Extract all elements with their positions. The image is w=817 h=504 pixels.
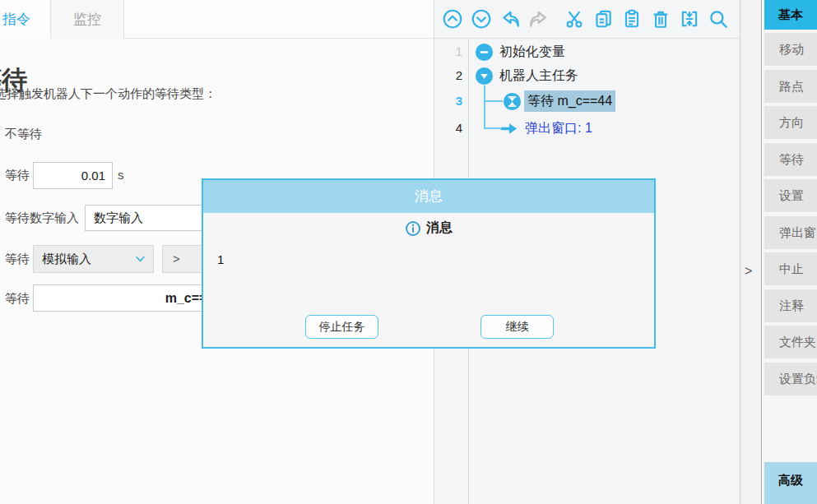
- option-no-wait[interactable]: 不等待: [5, 127, 42, 142]
- sidebar-item-wait[interactable]: 等待: [764, 143, 817, 176]
- wait-expression-label: 等待: [5, 291, 30, 307]
- move-up-icon[interactable]: [442, 8, 463, 30]
- tree-connector-row3: [484, 100, 503, 102]
- sidebar-item-set[interactable]: 设置: [764, 179, 817, 212]
- sidebar-item-direction[interactable]: 方向: [764, 106, 817, 139]
- expand-node-icon[interactable]: [475, 67, 494, 86]
- sidebar-footer-advanced[interactable]: 高级: [764, 462, 817, 504]
- tree-line-number: 1: [434, 44, 462, 60]
- tree-row-popup[interactable]: 弹出窗口: 1: [525, 118, 592, 139]
- undo-icon[interactable]: [499, 8, 521, 30]
- search-icon[interactable]: [708, 8, 729, 30]
- collapse-icon[interactable]: [679, 8, 700, 30]
- tree-row-init-variables[interactable]: 初始化变量: [499, 41, 565, 62]
- sidebar-item-set-payload[interactable]: 设置负载: [764, 363, 817, 395]
- sidebar-item-waypoint[interactable]: 路点: [764, 70, 817, 103]
- sidebar-item-folder[interactable]: 文件夹: [764, 326, 817, 358]
- paste-icon[interactable]: [621, 8, 643, 30]
- dialog-heading-text: 消息: [426, 220, 453, 237]
- stop-task-button[interactable]: 停止任务: [305, 315, 378, 339]
- tab-instruction[interactable]: 指令: [0, 0, 51, 39]
- continue-button[interactable]: 继续: [480, 315, 554, 339]
- copy-icon[interactable]: [592, 8, 614, 30]
- delete-icon[interactable]: [650, 8, 671, 30]
- message-dialog: 消息 消息 1 停止任务 继续: [202, 178, 656, 349]
- redo-icon[interactable]: [528, 8, 550, 30]
- panel-resize-strip: >: [740, 0, 762, 504]
- dialog-message-text: 1: [217, 252, 224, 266]
- instruction-sidebar: 基本 移动 路点 方向 等待 设置 弹出窗口 中止 注释 文件夹 设置负载 高级: [763, 0, 817, 504]
- sidebar-item-move[interactable]: 移动: [764, 33, 817, 66]
- wait-digital-label: 等待数字输入: [5, 210, 79, 226]
- program-toolbar: [434, 0, 740, 39]
- cut-icon[interactable]: [564, 8, 585, 30]
- sidebar-item-comment[interactable]: 注释: [764, 289, 817, 322]
- tree-line-number: 2: [434, 67, 462, 84]
- collapse-panel-handle[interactable]: >: [745, 264, 752, 279]
- tree-row-wait-selected[interactable]: 等待 m_c==44: [524, 90, 615, 112]
- wait-analog-select[interactable]: 模拟输入: [33, 245, 154, 273]
- init-variables-icon: [475, 43, 494, 62]
- wait-hourglass-icon: [503, 92, 522, 111]
- dialog-titlebar: 消息: [203, 180, 654, 213]
- dialog-heading-row: 消息: [203, 220, 654, 237]
- wait-analog-value: 模拟输入: [42, 252, 91, 266]
- wait-type-subtitle: 选择触发机器人下一个动作的等待类型：: [0, 86, 216, 102]
- tab-monitor[interactable]: 监控: [51, 0, 124, 39]
- move-down-icon[interactable]: [471, 8, 492, 30]
- tree-line-number: 3: [434, 93, 462, 109]
- tree-row-main-task[interactable]: 机器人主任务: [499, 65, 578, 86]
- sidebar-item-abort[interactable]: 中止: [764, 252, 817, 285]
- tree-connector-vertical: [484, 86, 485, 129]
- sidebar-item-popup[interactable]: 弹出窗口: [764, 216, 817, 249]
- wait-time-label: 等待: [5, 168, 30, 183]
- tree-connector-row4: [484, 127, 500, 129]
- left-tabbar: 指令 监控: [0, 0, 434, 39]
- info-icon: [405, 220, 421, 237]
- tree-line-number: 4: [434, 120, 462, 136]
- wait-time-unit: s: [118, 168, 124, 182]
- wait-time-input[interactable]: 0.01: [33, 162, 113, 189]
- wait-analog-label: 等待: [5, 252, 30, 267]
- chevron-down-icon: [136, 256, 145, 262]
- popup-arrow-icon: [500, 119, 519, 138]
- robot-teach-pendant-app: 指令 监控 等待 选择触发机器人下一个动作的等待类型： 不等待 等待 0.01 …: [0, 0, 817, 504]
- sidebar-header-basic[interactable]: 基本: [764, 0, 817, 30]
